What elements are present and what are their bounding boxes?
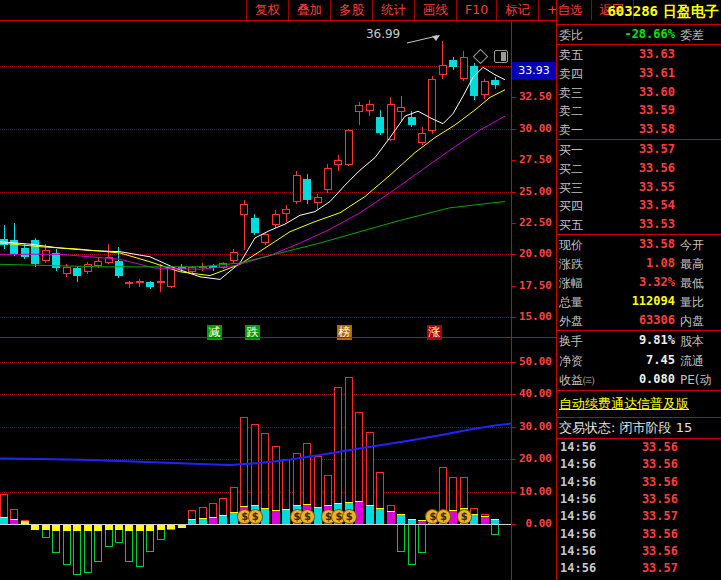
candle-body [355,105,363,113]
order-level-label: 买三 [559,180,583,197]
candle-body [157,281,165,283]
tick-price: 33.56 [642,457,678,471]
toolbar-button-多股[interactable]: 多股 [330,0,372,20]
toolbar-button-F10[interactable]: F10 [456,0,496,20]
panel-toggle-icon[interactable] [494,50,508,63]
annotation-arrow-icon [405,31,445,47]
order-level-price[interactable]: 33.63 [639,47,675,61]
tick-time: 14:56 [560,527,596,541]
flow-bar [105,525,113,530]
info-label: 换手 [559,333,583,350]
order-level-price[interactable]: 33.56 [639,161,675,175]
candle-body [73,268,81,276]
ask-row: 卖二33.59 [557,101,721,120]
flow-bar [63,525,71,531]
ask-row: 卖四33.61 [557,64,721,83]
ask-row: 卖五33.63 [557,45,721,64]
axis-label: 20.00 [512,452,552,465]
gridline [0,317,511,318]
flow-bar [178,525,186,528]
candle-body [0,239,8,245]
toolbar-button-标记[interactable]: 标记 [496,0,538,20]
zero-line [0,524,511,525]
candle-body [209,266,217,269]
toolbar-button-叠加[interactable]: 叠加 [288,0,330,20]
info-value: 33.58 [639,237,675,251]
candle-body [481,81,489,95]
info-label: 现价 [559,237,583,254]
moneybag-icon: $ [457,509,472,524]
price-marker-badge: 33.93 [512,62,556,80]
stock-name: 日盈电子 [663,3,719,19]
candle-body [460,57,468,78]
info-label: 涨幅 [559,275,583,292]
candle-body [449,60,457,68]
candle-body [366,104,374,112]
order-level-label: 买五 [559,217,583,234]
diamond-icon[interactable] [473,49,489,65]
axis-label: 15.00 [512,310,552,323]
candle-body [63,267,71,275]
candle-body [188,267,196,272]
histogram-bar [418,524,426,553]
candle-body [105,257,113,263]
order-level-price[interactable]: 33.58 [639,122,675,136]
order-level-price[interactable]: 33.54 [639,198,675,212]
order-level-price[interactable]: 33.55 [639,180,675,194]
candle-body [42,250,50,260]
gridline [0,362,511,363]
bid-row: 买五33.53 [557,215,721,234]
histogram-bar [408,524,416,565]
kline-chart-plot[interactable]: 36.99 减跌榜涨 [0,22,511,338]
axis-label: 27.50 [512,153,552,166]
toolbar-button-统计[interactable]: 统计 [372,0,414,20]
candle-body [282,209,290,214]
order-level-price[interactable]: 33.57 [639,142,675,156]
ask-list: 卖五33.63卖四33.61卖三33.60卖二33.59卖一33.58 [557,45,721,139]
tick-price: 33.56 [642,440,678,454]
moneybag-icon: $ [300,509,315,524]
tick-time: 14:56 [560,475,596,489]
flow-bar [376,508,384,525]
tick-time: 14:56 [560,492,596,506]
candle-body [324,168,332,191]
candle-body [251,218,259,233]
candle-body [94,261,102,266]
axis-label: 0.00 [512,517,552,530]
info-row: 外盘63306内盘 [557,311,721,330]
candle-body [303,179,311,200]
candle-body [345,130,353,165]
info-label2: 量比 [680,294,704,311]
candle-body [272,214,280,225]
ask-row: 卖三33.60 [557,83,721,102]
price-axis: 33.93 32.5030.0027.5025.0022.5020.0017.5… [512,22,557,338]
axis-label: 22.50 [512,216,552,229]
info-label: 净资 [559,353,583,370]
weibi-row: 委比 -28.66% 委差 [557,25,721,45]
candle-body [230,252,238,261]
candle-body [408,117,416,125]
flow-bar [136,525,144,531]
axis-label: 50.00 [512,355,552,368]
order-level-price[interactable]: 33.59 [639,103,675,117]
candle-body [31,240,39,264]
info-row: 现价33.58今开 [557,235,721,254]
flow-bar [115,525,123,530]
fundamental-info-block: 换手9.81%股本净资7.45流通收益㈢0.080PE(动 [557,331,721,390]
tick-row: 14:5633.56 [557,439,721,456]
toolbar-button-复权[interactable]: 复权 [246,0,288,20]
candle-body [146,282,154,287]
candle-body [428,79,436,132]
indicator-chart-plot[interactable]: $$$$$$$$$$ [0,338,511,580]
tick-price: 33.57 [642,561,678,575]
candle-body [439,65,447,75]
toolbar-button-画线[interactable]: 画线 [414,0,456,20]
order-level-price[interactable]: 33.60 [639,85,675,99]
info-label2: 流通 [680,353,704,370]
order-level-price[interactable]: 33.61 [639,66,675,80]
order-level-price[interactable]: 33.53 [639,217,675,231]
info-row: 净资7.45流通 [557,351,721,371]
tick-row: 14:5633.57 [557,508,721,525]
promo-link[interactable]: 自动续费通达信普及版 [559,396,689,411]
histogram-bar [73,524,81,575]
